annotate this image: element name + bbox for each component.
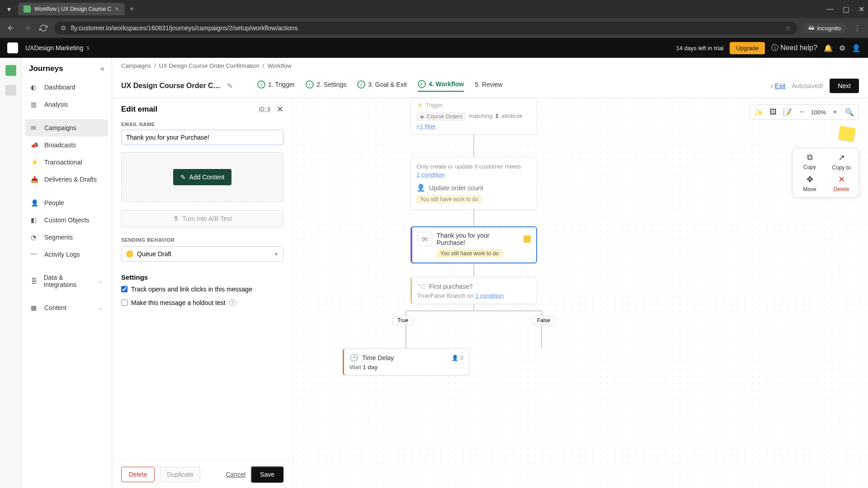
rail-secondary-icon[interactable] (5, 85, 16, 96)
cancel-button[interactable]: Cancel (226, 471, 245, 478)
track-opens-checkbox-row[interactable]: Track opens and link clicks in this mess… (121, 286, 283, 293)
maximize-icon[interactable]: ▢ (843, 5, 849, 14)
close-panel-icon[interactable]: ✕ (277, 104, 283, 114)
browser-tab[interactable]: Workflow | UX Design Course C ✕ (18, 3, 125, 15)
chevron-down-icon: ⌄ (99, 305, 103, 311)
add-content-button[interactable]: ✎ Add Content (173, 169, 232, 185)
email-name-label: EMAIL NAME (121, 122, 283, 127)
move-icon: ✥ (807, 174, 813, 184)
notifications-icon[interactable]: 🔔 (824, 44, 833, 52)
settings-icon[interactable]: ⚙ (839, 44, 845, 52)
account-icon[interactable]: 👤 (852, 44, 861, 52)
site-settings-icon[interactable]: ⚙ (61, 24, 66, 32)
duplicate-button[interactable]: Duplicate (160, 467, 200, 482)
exit-link[interactable]: ‹Exit (771, 82, 785, 89)
segment-icon: ◈ (420, 113, 424, 120)
sticky-note[interactable] (838, 126, 856, 141)
sidebar-item-transactional[interactable]: ⚡Transactional (25, 154, 108, 171)
chevron-left-icon: ‹ (771, 82, 773, 89)
sidebar-item-broadcasts[interactable]: 📣Broadcasts (25, 136, 108, 154)
ab-test-button[interactable]: ⚗ Turn into A/B Test (121, 210, 283, 227)
branch-false-label: False (532, 316, 555, 325)
copy-action[interactable]: ⧉Copy (797, 153, 822, 171)
node-action-palette: ⧉Copy ↗Copy to ✥Move ✕Delete (792, 148, 859, 197)
copy-icon: ⧉ (807, 153, 813, 162)
browser-tab-strip: ▾ Workflow | UX Design Course C ✕ + — ▢ … (0, 0, 868, 18)
edit-title-icon[interactable]: ✎ (227, 82, 233, 90)
step-settings[interactable]: ✓2. Settings (306, 80, 346, 92)
sidebar-item-campaigns[interactable]: ✉Campaigns (25, 119, 108, 136)
content-dropzone: ✎ Add Content (121, 152, 283, 202)
delay-node[interactable]: 🕒 Time Delay 👤0 Wait 1 day (343, 348, 469, 375)
sidebar-item-deliveries[interactable]: 📥Deliveries & Drafts (25, 171, 108, 188)
close-window-icon[interactable]: ✕ (859, 5, 864, 14)
sending-behavior-select[interactable]: Queue Draft ▼ (121, 246, 283, 262)
next-button[interactable]: Next (830, 79, 859, 93)
draft-badge-icon (524, 235, 531, 243)
person-icon: 👤 (31, 199, 39, 207)
email-node-selected[interactable]: ✉ Thank you for your Purchase! You still… (410, 226, 537, 263)
save-button[interactable]: Save (251, 466, 283, 483)
holdout-checkbox[interactable] (121, 300, 127, 306)
zoom-out-icon[interactable]: − (797, 107, 807, 117)
breadcrumb-campaigns[interactable]: Campaigns (121, 62, 151, 69)
incognito-badge[interactable]: 🕶 Incognito (803, 23, 846, 33)
forward-icon[interactable] (22, 23, 33, 33)
back-icon[interactable] (5, 23, 16, 33)
breadcrumb-campaign-name[interactable]: UX Design Course Order Confirmation (159, 62, 259, 69)
zoom-in-icon[interactable]: + (830, 107, 840, 117)
check-icon: ✓ (306, 80, 314, 89)
move-action[interactable]: ✥Move (797, 174, 822, 192)
breadcrumb: Campaigns / UX Design Course Order Confi… (112, 58, 868, 74)
step-workflow[interactable]: ✓4. Workflow (418, 80, 464, 92)
zoom-percent[interactable]: 100% (811, 109, 826, 116)
sidebar-item-content[interactable]: ▦Content⌄ (25, 299, 108, 316)
workspace-name[interactable]: UXDesign Marketing (25, 44, 83, 52)
rail-journeys-icon[interactable] (5, 65, 16, 76)
note-icon[interactable]: 📝 (782, 107, 793, 117)
update-attribute-node[interactable]: Only create or update if customer meets … (410, 157, 537, 210)
sidebar-item-custom-objects[interactable]: ◧Custom Objects (25, 211, 108, 229)
branch-node[interactable]: ⌥ First purchase? True/False Branch on 1… (410, 277, 537, 304)
minimize-icon[interactable]: — (826, 5, 834, 14)
email-name-input[interactable] (121, 130, 283, 145)
sidebar-item-data-integrations[interactable]: 🗄Data & Integrations⌄ (25, 269, 108, 293)
copy-to-action[interactable]: ↗Copy to (829, 153, 854, 171)
sidebar-item-people[interactable]: 👤People (25, 194, 108, 211)
upgrade-button[interactable]: Upgrade (730, 42, 765, 54)
ai-suggest-icon[interactable]: ✨ (753, 107, 764, 117)
search-icon[interactable]: 🔍 (844, 107, 855, 117)
collapse-sidebar-icon[interactable]: « (100, 65, 104, 73)
new-tab-button[interactable]: + (129, 5, 134, 14)
pie-icon: ◔ (31, 233, 39, 241)
workflow-canvas[interactable]: ✨ 🖼 📝 − 100% + 🔍 ⧉Copy ↗Copy to ✥Move ✕D… (293, 98, 868, 488)
connector (473, 207, 474, 226)
step-review[interactable]: 5. Review (475, 80, 502, 92)
trigger-node[interactable]: ⚡Trigger ◈Course Orders matching 1 attri… (410, 98, 537, 135)
delete-action[interactable]: ✕Delete (829, 174, 854, 192)
image-icon[interactable]: 🖼 (768, 107, 778, 117)
sidebar-item-segments[interactable]: ◔Segments (25, 229, 108, 246)
sidebar-item-dashboard[interactable]: ◐Dashboard (25, 79, 108, 96)
sidebar-item-analysis[interactable]: ▥Analysis (25, 96, 108, 113)
app-topbar: UXDesign Marketing ⇅ 14 days left in tri… (0, 38, 868, 58)
app-logo-icon[interactable] (7, 42, 18, 53)
delete-button[interactable]: Delete (121, 467, 155, 482)
reload-icon[interactable] (38, 23, 49, 33)
browser-menu-icon[interactable]: ⋮ (852, 23, 863, 33)
holdout-checkbox-row[interactable]: Make this message a holdout test ? (121, 299, 283, 306)
step-trigger[interactable]: ✓1. Trigger (257, 80, 295, 92)
step-goal-exit[interactable]: ✓3. Goal & Exit (357, 80, 407, 92)
tab-list-dropdown[interactable]: ▾ (4, 4, 14, 14)
help-link[interactable]: ⓘ Need help? (771, 43, 817, 53)
edit-id-link[interactable]: ID: 9 (259, 106, 270, 113)
workspace-switcher-icon[interactable]: ⇅ (86, 45, 90, 51)
sidebar-item-activity-logs[interactable]: 〰Activity Logs (25, 246, 108, 263)
url-bar[interactable]: ⚙ fly.customer.io/workspaces/160831/jour… (54, 22, 797, 34)
help-icon[interactable]: ? (229, 299, 236, 306)
track-opens-checkbox[interactable] (121, 286, 127, 292)
layout-icon: ▦ (31, 304, 39, 312)
close-tab-icon[interactable]: ✕ (115, 6, 119, 12)
warning-badge: You still have work to do (437, 249, 502, 258)
bookmark-icon[interactable]: ☆ (785, 24, 791, 32)
